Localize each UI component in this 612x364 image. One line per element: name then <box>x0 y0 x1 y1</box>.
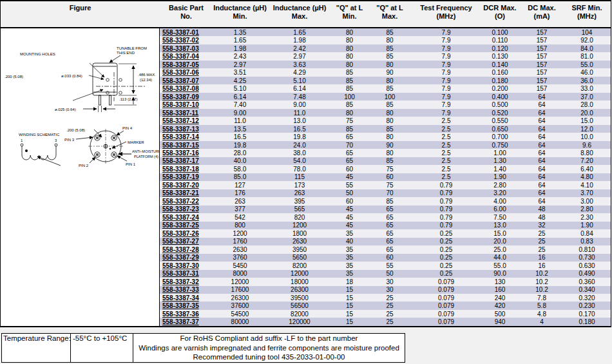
spec-cell: 263 <box>213 197 267 205</box>
part-number-link[interactable]: 558-3387-12 <box>160 117 213 124</box>
part-number-link[interactable]: 558-3387-23 <box>160 206 213 213</box>
table-row: 558-3387-1211.013.075802.50.5506415.0 <box>160 117 611 124</box>
part-number-link[interactable]: 558-3387-13 <box>160 125 213 133</box>
part-number-link[interactable]: 558-3387-03 <box>160 44 213 52</box>
spec-cell: 2.5 <box>412 149 480 157</box>
table-row: 558-3387-107.409.0085857.90.5006428.0 <box>160 101 611 108</box>
spec-cell: 2.5 <box>412 133 480 140</box>
table-row: 558-3387-261200180035650.2515.0250.84 <box>160 229 611 237</box>
part-number-link[interactable]: 558-3387-21 <box>160 189 213 197</box>
part-number-link[interactable]: 558-3387-07 <box>160 77 213 84</box>
spec-cell: 4.8 <box>520 310 564 318</box>
spec-cell: 45 <box>332 206 367 213</box>
part-number-link[interactable]: 558-3387-11 <box>160 109 213 117</box>
note-rohs: For RoHS Compliant add suffix -LF to the… <box>133 334 405 343</box>
spec-cell: 7.9 <box>412 109 480 117</box>
spec-cell: 13.5 <box>213 125 267 133</box>
spec-cell: 48 <box>520 206 564 213</box>
table-row: 558-3387-096.147.481001007.90.4006437.0 <box>160 93 611 101</box>
spec-cell: 16 <box>520 254 564 262</box>
part-number-link[interactable]: 558-3387-28 <box>160 245 213 253</box>
part-number-link[interactable]: 558-3387-19 <box>160 173 213 181</box>
table-row: 558-3387-282630395035650.2525.0250.810 <box>160 245 611 253</box>
spec-cell: 2.80 <box>564 206 610 213</box>
spec-cell: 0.79 <box>412 206 480 213</box>
spec-cell: 64 <box>520 165 564 173</box>
spec-cell: 0.520 <box>480 109 520 117</box>
spec-cell: 90 <box>367 141 412 149</box>
spec-cell: 2.42 <box>267 44 332 52</box>
spec-cell: 1800 <box>267 229 332 237</box>
part-number-link[interactable]: 558-3387-27 <box>160 238 213 245</box>
part-number-link[interactable]: 558-3387-20 <box>160 181 213 189</box>
dim-113-label: .113 (2.87) <box>119 97 138 101</box>
spec-cell: 36.0 <box>564 77 610 84</box>
part-number-link[interactable]: 558-3387-06 <box>160 68 213 76</box>
spec-cell: 13.0 <box>480 222 520 229</box>
part-number-link[interactable]: 558-3387-37 <box>160 318 213 325</box>
temp-range-value: -55°C to +105°C <box>71 334 133 362</box>
part-number-link[interactable]: 558-3387-02 <box>160 36 213 44</box>
spec-cell: 9.00 <box>213 109 267 117</box>
part-number-link[interactable]: 558-3387-31 <box>160 270 213 278</box>
spec-cell: 45 <box>332 173 367 181</box>
spec-cell: 46.0 <box>564 68 610 76</box>
spec-cell: 0.25 <box>412 229 480 237</box>
part-number-link[interactable]: 558-3387-14 <box>160 133 213 140</box>
spec-cell: 35 <box>332 229 367 237</box>
table-row: 558-3387-2226339560850.794.00643.00 <box>160 197 611 205</box>
spec-cell: 12000 <box>267 270 332 278</box>
part-number-link[interactable]: 558-3387-30 <box>160 262 213 269</box>
spec-cell: 2.97 <box>213 61 267 68</box>
mounting-holes-label: MOUNTING HOLES <box>20 52 55 56</box>
spec-cell: 65 <box>332 133 367 140</box>
spec-cell: 65 <box>367 206 412 213</box>
spec-cell: 0.110 <box>480 36 520 44</box>
table-row: 558-3387-011.351.6580857.90.100157104 <box>160 28 611 36</box>
spec-cell: 7.50 <box>480 213 520 221</box>
part-number-link[interactable]: 558-3387-35 <box>160 302 213 309</box>
part-number-link[interactable]: 558-3387-22 <box>160 197 213 205</box>
spec-cell: 25 <box>520 245 564 253</box>
spec-cell: 0.079 <box>412 310 480 318</box>
spec-cell: 0.490 <box>564 270 610 278</box>
part-number-link[interactable]: 558-3387-15 <box>160 141 213 149</box>
spec-cell: 26300 <box>213 294 267 302</box>
spec-cell: 17600 <box>213 286 267 294</box>
spec-cell: 157 <box>520 36 564 44</box>
part-number-link[interactable]: 558-3387-09 <box>160 93 213 101</box>
part-number-link[interactable]: 558-3387-01 <box>160 28 213 36</box>
table-row: 558-3387-34263003950015250.0792407.80.32… <box>160 294 611 302</box>
part-number-link[interactable]: 558-3387-34 <box>160 294 213 302</box>
part-number-link[interactable]: 558-3387-05 <box>160 61 213 68</box>
terminal-3-label: 3 <box>55 139 57 142</box>
part-number-link[interactable]: 558-3387-32 <box>160 278 213 285</box>
part-number-link[interactable]: 558-3387-17 <box>160 157 213 165</box>
spec-cell: 0.83 <box>564 238 610 245</box>
part-number-link[interactable]: 558-3387-29 <box>160 254 213 262</box>
spec-cell: 4 <box>520 318 564 325</box>
part-number-link[interactable]: 558-3387-16 <box>160 149 213 157</box>
table-row: 558-3387-33176002630015300.07916010.20.3… <box>160 286 611 294</box>
spec-cell: 100 <box>367 93 412 101</box>
part-number-link[interactable]: 558-3387-08 <box>160 84 213 92</box>
pin-4-label: PIN 4 <box>122 126 133 130</box>
part-number-link[interactable]: 558-3387-36 <box>160 310 213 318</box>
spec-cell: 30 <box>367 278 412 285</box>
table-row: 558-3387-1416.519.865802.50.7006410.0 <box>160 133 611 140</box>
part-number-link[interactable]: 558-3387-24 <box>160 213 213 221</box>
part-number-link[interactable]: 558-3387-25 <box>160 222 213 229</box>
part-number-link[interactable]: 558-3387-18 <box>160 165 213 173</box>
spec-cell: 7.9 <box>412 61 480 68</box>
part-number-link[interactable]: 558-3387-26 <box>160 229 213 237</box>
part-number-link[interactable]: 558-3387-10 <box>160 101 213 108</box>
spec-cell: 1.35 <box>213 28 267 36</box>
spec-cell: 40.0 <box>213 157 267 165</box>
spec-cell: 85 <box>367 52 412 60</box>
spec-cell: 64 <box>520 197 564 205</box>
spec-cell: 80 <box>367 36 412 44</box>
column-header: "Q" at LMin. <box>332 1 367 27</box>
spec-cell: 85 <box>367 84 412 92</box>
part-number-link[interactable]: 558-3387-04 <box>160 52 213 60</box>
part-number-link[interactable]: 558-3387-33 <box>160 286 213 294</box>
